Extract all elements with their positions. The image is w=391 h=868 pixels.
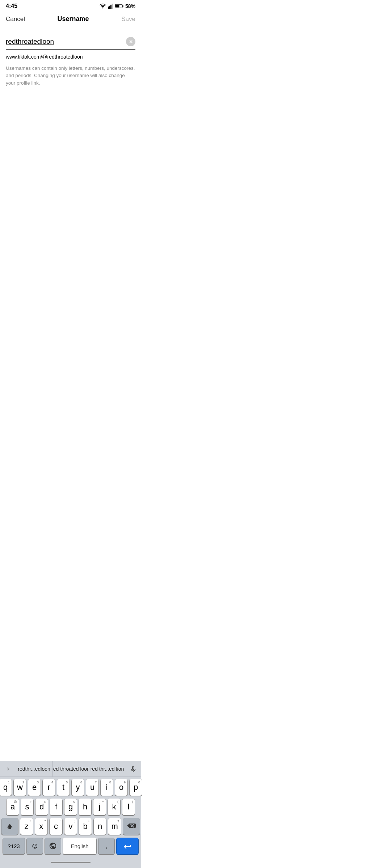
username-input[interactable] [6, 38, 126, 46]
username-hint: Usernames can contain only letters, numb… [6, 65, 135, 87]
profile-url: www.tiktok.com/@redthroatedloon [6, 54, 135, 60]
clear-button[interactable] [126, 37, 135, 46]
svg-rect-1 [109, 6, 110, 9]
svg-rect-6 [115, 5, 119, 7]
svg-rect-3 [112, 4, 113, 9]
username-field-container [6, 37, 135, 50]
save-button[interactable]: Save [121, 16, 135, 23]
battery-percent: 58% [125, 3, 135, 9]
cancel-button[interactable]: Cancel [6, 16, 25, 23]
battery-icon [115, 4, 123, 9]
content-area: www.tiktok.com/@redthroatedloon Username… [0, 28, 141, 87]
wifi-icon [100, 4, 106, 9]
svg-rect-2 [110, 5, 112, 9]
status-bar: 4:45 58% [0, 0, 141, 11]
url-prefix: www.tiktok.com/ [6, 54, 42, 60]
svg-rect-5 [122, 5, 123, 7]
signal-icon [108, 4, 113, 9]
svg-rect-0 [108, 7, 109, 9]
status-time: 4:45 [6, 3, 17, 9]
status-icons: 58% [100, 3, 135, 9]
url-handle: @redthroatedloon [42, 54, 83, 60]
nav-bar: Cancel Username Save [0, 11, 141, 28]
page-title: Username [58, 15, 89, 23]
